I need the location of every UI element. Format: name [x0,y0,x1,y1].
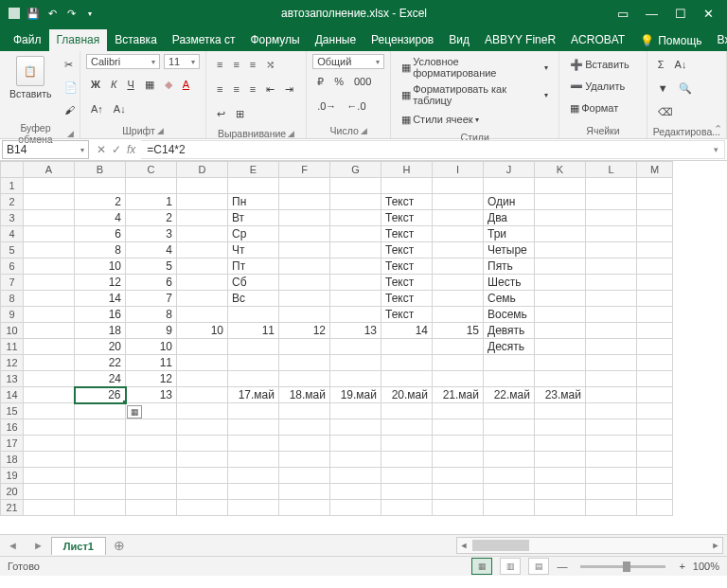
cell[interactable] [279,194,330,210]
indent-dec-icon[interactable]: ⇤ [261,79,279,99]
cell[interactable] [433,242,484,258]
add-sheet-icon[interactable]: ⊕ [114,538,125,553]
cell[interactable] [279,291,330,307]
cell[interactable] [330,452,381,468]
row-header[interactable]: 15 [1,403,24,419]
grow-font-icon[interactable]: A↑ [86,98,108,119]
cell[interactable] [330,178,381,194]
cell[interactable] [637,178,673,194]
cell[interactable] [330,500,381,516]
cell[interactable]: Текст [381,291,433,307]
cell[interactable] [279,275,330,291]
cell[interactable]: 19.май [330,387,381,403]
cell[interactable] [24,226,75,242]
page-break-view-icon[interactable]: ▤ [528,558,549,575]
col-header[interactable]: I [433,162,484,178]
cell[interactable] [535,403,586,419]
cell[interactable] [24,484,75,500]
cell[interactable]: 22 [75,355,126,371]
cell[interactable] [279,242,330,258]
cell[interactable]: 1 [126,194,177,210]
align-center-icon[interactable]: ≡ [228,79,243,99]
cell[interactable] [177,258,228,275]
cell[interactable]: Текст [381,210,433,226]
cell[interactable] [637,484,673,500]
inc-decimal-icon[interactable]: .0→ [312,96,341,116]
orientation-icon[interactable]: ⤭ [261,54,279,75]
row-header[interactable]: 10 [1,323,24,339]
cell[interactable] [177,194,228,210]
cell[interactable] [24,258,75,275]
cell[interactable] [586,387,637,403]
cell[interactable] [433,275,484,291]
cell[interactable] [637,419,673,436]
cell[interactable] [535,484,586,500]
cell[interactable] [177,275,228,291]
cell[interactable]: 22.май [484,387,535,403]
autosum-icon[interactable]: Σ [653,54,669,75]
cell[interactable] [24,323,75,339]
cell[interactable] [279,355,330,371]
cell[interactable] [484,371,535,387]
cell[interactable]: Текст [381,275,433,291]
cell[interactable] [535,468,586,484]
cell[interactable]: Ср [228,226,279,242]
cell[interactable] [381,419,433,436]
cut-icon[interactable]: ✂ [60,54,82,75]
cell[interactable] [177,468,228,484]
cell[interactable] [586,258,637,275]
cell[interactable]: 24 [75,371,126,387]
cell[interactable] [24,242,75,258]
cell[interactable]: Восемь [484,307,535,323]
cell[interactable] [126,500,177,516]
cell[interactable] [586,403,637,419]
cell[interactable] [24,355,75,371]
cell[interactable] [381,452,433,468]
cell[interactable] [126,419,177,436]
col-header[interactable]: D [177,162,228,178]
row-header[interactable]: 5 [1,242,24,258]
cell[interactable] [279,258,330,275]
cell[interactable]: 6 [75,226,126,242]
sort-filter-icon[interactable]: A↓ [670,54,692,75]
sheet-tab[interactable]: Лист1 [51,537,106,555]
tab-abbyy[interactable]: ABBYY FineR [477,29,563,51]
cell[interactable]: Два [484,210,535,226]
cell[interactable]: 3 [126,226,177,242]
cell[interactable]: 12 [126,371,177,387]
format-cells-button[interactable]: ▦Формат [565,98,623,118]
cell[interactable] [75,452,126,468]
wrap-text-icon[interactable]: ↩ [212,103,230,124]
fx-icon[interactable]: fx [127,143,135,156]
find-icon[interactable]: 🔍 [674,78,697,98]
cell[interactable] [433,178,484,194]
cell[interactable]: 6 [126,275,177,291]
cell[interactable] [586,500,637,516]
shrink-font-icon[interactable]: A↓ [109,98,131,119]
cell[interactable] [279,403,330,419]
cell[interactable] [586,291,637,307]
cell[interactable] [535,339,586,355]
worksheet-grid[interactable]: ABCDEFGHIJKLM1221ПнТекстОдин342ВтТекстДв… [0,161,727,535]
tab-layout[interactable]: Разметка ст [165,29,243,51]
row-header[interactable]: 13 [1,371,24,387]
cell[interactable]: 13 [126,387,177,403]
cell[interactable] [24,371,75,387]
cell[interactable] [381,468,433,484]
row-header[interactable]: 21 [1,500,24,516]
cell[interactable] [381,500,433,516]
cell[interactable] [177,210,228,226]
col-header[interactable]: L [586,162,637,178]
cell[interactable]: 8 [126,307,177,323]
cell[interactable] [381,371,433,387]
cell[interactable] [381,339,433,355]
cell[interactable] [228,468,279,484]
col-header[interactable]: J [484,162,535,178]
cell[interactable]: Сб [228,275,279,291]
cell[interactable] [330,468,381,484]
row-header[interactable]: 14 [1,387,24,403]
format-painter-icon[interactable]: 🖌 [60,99,82,120]
cell[interactable] [637,436,673,452]
cell[interactable] [330,291,381,307]
ribbon-options-icon[interactable]: ▭ [617,7,629,21]
